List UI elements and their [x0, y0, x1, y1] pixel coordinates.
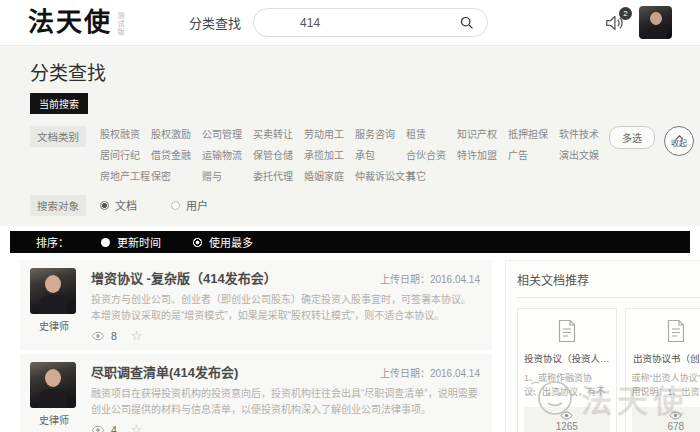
sort-updated-label: 更新时间	[117, 234, 161, 250]
page-title: 分类查找	[30, 58, 670, 85]
notification-badge: 2	[619, 7, 632, 20]
category-link[interactable]: 其它	[406, 168, 456, 183]
doc-card-title[interactable]: 投资协议（投资人…	[524, 351, 610, 365]
views-eye-icon	[91, 331, 105, 341]
doc-views-count: 1265	[556, 421, 578, 432]
document-icon	[632, 319, 700, 343]
result-title[interactable]: 增资协议 -复杂版（414发布会）	[91, 268, 277, 287]
current-search-badge: 当前搜索	[30, 93, 88, 114]
author-avatar[interactable]	[30, 268, 76, 314]
search-input[interactable]	[254, 16, 424, 30]
sort-most-used-label: 使用最多	[209, 234, 253, 250]
upload-date: 上传日期：2016.04.14	[380, 365, 480, 380]
category-link[interactable]: 承包	[355, 147, 405, 162]
sort-option-most-used[interactable]: 使用最多	[193, 234, 253, 250]
radio-users-icon[interactable]	[171, 201, 180, 210]
category-link[interactable]: 服务咨询	[355, 126, 405, 141]
category-link[interactable]: 运输物流	[202, 147, 252, 162]
author-name: 史律师	[30, 412, 78, 427]
logo-subtitle: 测试版	[115, 12, 125, 36]
multi-select-button[interactable]: 多选	[609, 126, 655, 149]
notifications-button[interactable]: 2	[603, 12, 625, 34]
category-link[interactable]: 股权激励	[151, 126, 201, 141]
category-link[interactable]: 演出文娱	[559, 147, 609, 162]
views-eye-icon	[91, 425, 105, 432]
results-list: 史律师 增资协议 -复杂版（414发布会） 上传日期：2016.04.14 投资…	[20, 260, 492, 432]
result-author-block: 史律师	[30, 268, 78, 342]
result-body: 尽职调查清单(414发布会) 上传日期：2016.04.14 融资项目在获得投资…	[91, 362, 480, 432]
author-avatar[interactable]	[30, 362, 76, 408]
radio-docs-icon[interactable]	[100, 201, 109, 210]
category-link[interactable]: 保管仓储	[253, 147, 303, 162]
category-link[interactable]: 房地产工程	[100, 168, 150, 183]
user-avatar[interactable]	[639, 6, 672, 39]
category-link[interactable]: 赠与	[202, 168, 252, 183]
category-link[interactable]: 知识产权	[457, 126, 507, 141]
related-docs-title: 相关文档推荐	[517, 271, 700, 298]
category-link[interactable]: 承揽加工	[304, 147, 354, 162]
related-doc-card[interactable]: 出资协议书（创始… 或称“出资人协议”，适用说明：1、出资协议不是 678	[625, 308, 700, 432]
doc-views-count: 678	[668, 421, 685, 432]
target-users-label: 用户	[186, 197, 208, 213]
doc-views-box: 678	[632, 407, 700, 432]
site-logo[interactable]: 法天使 测试版	[28, 9, 125, 36]
result-stats: 8 ☆	[91, 329, 480, 342]
target-option-users[interactable]: 用户	[171, 197, 208, 213]
category-link[interactable]: 特许加盟	[457, 147, 507, 162]
search-target-label: 搜索对象	[30, 195, 86, 216]
category-link[interactable]: 买卖转让	[253, 126, 303, 141]
doc-views-box: 1265	[524, 407, 610, 432]
search-target-options: 文档 用户	[100, 195, 208, 213]
category-link[interactable]: 借贷金融	[151, 147, 201, 162]
category-link[interactable]: 保密	[151, 168, 201, 183]
collapse-button[interactable]: 收起	[664, 126, 694, 156]
category-link[interactable]: 广告	[508, 147, 558, 162]
category-grid: 股权融资 股权激励 公司管理 买卖转让 劳动用工 服务咨询 租赁 知识产权 抵押…	[100, 126, 609, 183]
result-item[interactable]: 史律师 尽职调查清单(414发布会) 上传日期：2016.04.14 融资项目在…	[20, 354, 492, 432]
views-count: 8	[111, 330, 117, 342]
favorite-star-icon[interactable]: ☆	[131, 329, 143, 342]
result-stats: 4 ☆	[91, 423, 480, 432]
related-docs-panel: 相关文档推荐 投资协议（投资人… 1、或称作融资协议、出资协议，有不同的版本，常…	[505, 260, 700, 432]
related-doc-card[interactable]: 投资协议（投资人… 1、或称作融资协议、出资协议，有不同的版本，常 1265	[517, 308, 617, 432]
category-link[interactable]: 租赁	[406, 126, 456, 141]
doc-card-description: 或称“出资人协议”，适用说明：1、出资协议不是	[632, 372, 700, 399]
result-title[interactable]: 尽职调查清单(414发布会)	[91, 362, 238, 381]
filter-section: 分类查找 当前搜索 文档类别 股权融资 股权激励 公司管理 买卖转让 劳动用工 …	[0, 46, 700, 226]
radio-most-used-icon[interactable]	[193, 238, 202, 247]
doc-card-title[interactable]: 出资协议书（创始…	[632, 351, 700, 365]
search-icon[interactable]	[460, 16, 474, 34]
sort-option-updated[interactable]: 更新时间	[101, 234, 161, 250]
sort-label: 排序：	[36, 234, 69, 250]
category-link[interactable]: 居间行纪	[100, 147, 150, 162]
target-option-docs[interactable]: 文档	[100, 197, 137, 213]
category-link[interactable]: 委托代理	[253, 168, 303, 183]
category-link[interactable]: 公司管理	[202, 126, 252, 141]
doc-views-eye-icon	[560, 411, 573, 420]
target-docs-label: 文档	[115, 197, 137, 213]
category-link[interactable]: 股权融资	[100, 126, 150, 141]
result-item[interactable]: 史律师 增资协议 -复杂版（414发布会） 上传日期：2016.04.14 投资…	[20, 260, 492, 350]
collapse-label: 收起	[671, 140, 687, 148]
sort-bar: 排序： 更新时间 使用最多	[10, 231, 690, 253]
search-bar[interactable]	[253, 8, 488, 37]
result-description: 投资方与创业公司、创业者（即创业公司股东）确定投资入股事宜时，可签署本协议。本增…	[91, 292, 480, 323]
upload-date: 上传日期：2016.04.14	[380, 271, 480, 286]
related-docs-grid: 投资协议（投资人… 1、或称作融资协议、出资协议，有不同的版本，常 1265 出…	[517, 308, 700, 432]
doc-card-description: 1、或称作融资协议、出资协议，有不同的版本，常	[524, 372, 610, 399]
category-link[interactable]: 合伙合资	[406, 147, 456, 162]
search-target-row: 搜索对象 文档 用户	[30, 195, 670, 216]
category-link[interactable]: 婚姻家庭	[304, 168, 354, 183]
filter-actions: 多选 收起	[609, 126, 694, 156]
category-link[interactable]: 劳动用工	[304, 126, 354, 141]
category-link[interactable]: 软件技术	[559, 126, 609, 141]
radio-updated-icon[interactable]	[101, 238, 110, 247]
category-link[interactable]: 抵押担保	[508, 126, 558, 141]
favorite-star-icon[interactable]: ☆	[131, 423, 143, 432]
result-body: 增资协议 -复杂版（414发布会） 上传日期：2016.04.14 投资方与创业…	[91, 268, 480, 342]
category-filter-row: 文档类别 股权融资 股权激励 公司管理 买卖转让 劳动用工 服务咨询 租赁 知识…	[30, 126, 670, 183]
header-search-area: 分类查找	[189, 8, 488, 37]
logo-text: 法天使	[28, 9, 112, 35]
category-link[interactable]: 仲裁诉讼文书	[355, 168, 405, 183]
result-description: 融资项目在获得投资机构的投资意向后，投资机构往往会出具“尽职调查清单”，说明需要…	[91, 386, 480, 417]
